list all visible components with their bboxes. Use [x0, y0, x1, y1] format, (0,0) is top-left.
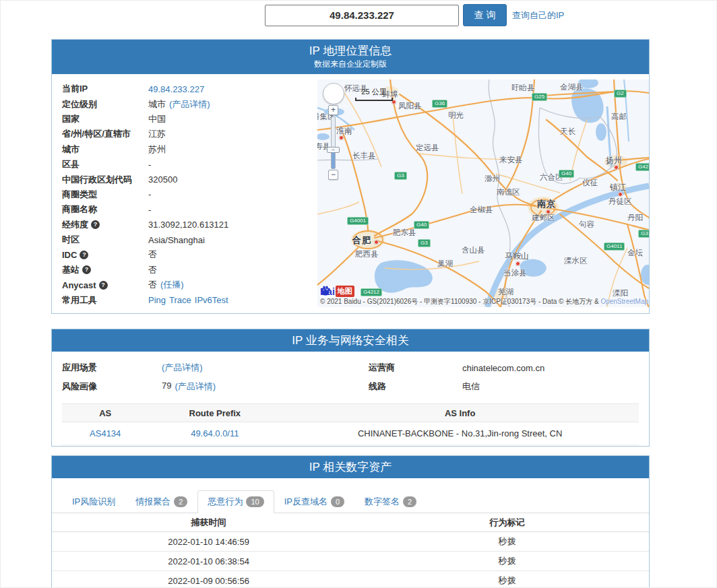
geo-value-link[interactable]: 49.84.233.227	[148, 84, 204, 94]
pan-down-icon[interactable]	[331, 96, 336, 101]
ip-search-input[interactable]	[265, 5, 459, 26]
geo-row: 定位级别城市(产品详情)	[62, 96, 307, 111]
baidu-map[interactable]: 怀远县蚌埠凤阳县明光潘集区淮南寿县长丰县定远县盱眙县金湖县高邮天长来安县六合区滁…	[317, 79, 649, 307]
map-label-南谯区: 南谯区	[497, 187, 520, 197]
query-self-ip-link[interactable]: 查询自己的IP	[512, 9, 564, 22]
geo-row: 中国行政区划代码320500	[62, 172, 307, 187]
geo-tool-link[interactable]: Ping	[148, 295, 166, 305]
geo-row-label: 城市	[62, 143, 148, 156]
geo-value-text: 否	[148, 264, 157, 276]
map-label-丹徒区: 丹徒区	[609, 197, 632, 207]
map-label-全椒县: 全椒县	[470, 205, 493, 215]
map-label-马鞍山: 马鞍山	[505, 251, 529, 262]
ip-lookup-page: 查 询 查询自己的IP IP 地理位置信息 数据来自企业定制版 当前IP49.8…	[0, 0, 717, 588]
map-label-芜湖: 芜湖	[498, 287, 513, 297]
map-zoom-handle[interactable]: −	[327, 147, 340, 153]
geo-row: 常用工具PingTraceIPv6Test	[62, 292, 307, 307]
city-marker-dot	[339, 135, 344, 140]
geo-value-text: 否	[148, 249, 157, 261]
help-icon[interactable]: ?	[91, 220, 100, 229]
geo-detail-link[interactable]: (产品详情)	[169, 98, 210, 110]
map-label-淮南: 淮南	[336, 125, 352, 137]
route-prefix-link[interactable]: 49.64.0.0/11	[191, 428, 239, 438]
geo-panel: IP 地理位置信息 数据来自企业定制版 当前IP49.84.233.227定位级…	[51, 39, 650, 314]
table-row: 2022-01-10 06:38:54秒拨	[52, 552, 649, 571]
map-pan-control[interactable]	[323, 83, 344, 104]
assets-panel-title: IP 相关数字资产	[52, 456, 649, 478]
tab-IP反查域名[interactable]: IP反查域名0	[274, 490, 354, 513]
behavior-table: 捕获时间 行为标记 2022-01-10 14:46:59秒拨2022-01-1…	[52, 513, 649, 588]
behavior-table-header: 捕获时间 行为标记	[52, 513, 649, 532]
geo-row-value: 江苏	[148, 128, 166, 140]
geo-row-label: 区县	[62, 158, 148, 170]
geo-info-table: 当前IP49.84.233.227定位级别城市(产品详情)国家中国省/州/特区/…	[52, 74, 307, 312]
geo-row-label: 省/州/特区/直辖市	[62, 128, 148, 140]
geo-row: 区县-	[62, 157, 307, 172]
tab-IP风险识别[interactable]: IP风险识别	[62, 490, 125, 513]
attribution-sep: &	[648, 298, 649, 305]
security-panel-title: IP 业务与网络安全相关	[52, 329, 649, 352]
geo-panel-subtitle: 数据来自企业定制版	[52, 59, 649, 74]
geo-row-value: -	[148, 189, 151, 199]
geo-panel-title: IP 地理位置信息	[52, 40, 649, 59]
behavior-tag-cell: 秒拨	[365, 555, 649, 567]
behavior-tag-cell: 秒拨	[365, 575, 649, 587]
security-value-text: 电信	[462, 381, 480, 393]
geo-value-text: 否	[148, 279, 157, 291]
as-number-link[interactable]: AS4134	[90, 428, 121, 438]
pan-right-icon[interactable]	[336, 91, 341, 96]
map-label-滁州: 滁州	[485, 174, 500, 184]
as-table-header: AS Route Prefix AS Info	[62, 404, 639, 422]
query-button[interactable]: 查 询	[463, 4, 507, 26]
product-detail-link[interactable]: (产品详情)	[162, 362, 203, 374]
geo-detail-link[interactable]: (任播)	[160, 279, 184, 291]
table-row: 2022-01-09 00:56:56秒拨	[52, 571, 649, 588]
geo-row-value: 否	[148, 249, 157, 261]
map-label-南京: 南京	[537, 198, 556, 210]
help-icon[interactable]: ?	[82, 265, 91, 274]
tab-label: 恶意行为	[208, 496, 243, 508]
tab-label: IP风险识别	[72, 496, 115, 508]
map-label-天长: 天长	[560, 127, 575, 137]
geo-row-value: Asia/Shanghai	[148, 235, 205, 245]
city-marker-dot	[516, 261, 520, 266]
security-row-value: (产品详情)	[162, 362, 203, 374]
geo-row-value: 否	[148, 264, 157, 276]
map-label-仪征: 仪征	[582, 178, 598, 188]
highway-badge-G4011: G4011	[604, 242, 625, 251]
pan-left-icon[interactable]	[326, 91, 332, 96]
geo-row: 省/州/特区/直辖市江苏	[62, 127, 307, 141]
map-label-含山县: 含山县	[462, 245, 485, 255]
osm-link[interactable]: OpenStreetMap	[600, 298, 648, 305]
map-zoom-in-button[interactable]: +	[328, 105, 338, 115]
geo-tool-link[interactable]: IPv6Test	[195, 295, 228, 305]
map-label-凤阳县: 凤阳县	[398, 101, 422, 111]
search-bar: 查 询 查询自己的IP	[265, 4, 564, 26]
map-label-建邺区: 建邺区	[532, 213, 555, 223]
geo-row-value: -	[148, 160, 151, 170]
map-boundaries	[317, 79, 617, 307]
tab-数字签名[interactable]: 数字签名2	[354, 490, 427, 513]
tab-恶意行为[interactable]: 恶意行为10	[197, 490, 274, 513]
map-label-长丰县: 长丰县	[352, 151, 376, 161]
capture-time-cell: 2022-01-10 14:46:59	[52, 537, 365, 547]
highway-badge-G2: G2	[614, 90, 627, 98]
geo-row-label: 时区	[62, 234, 148, 246]
attribution-text: © 2021 Baidu - GS(2021)6026号 - 甲测资字11009…	[320, 298, 600, 305]
map-label-明光: 明光	[448, 110, 464, 121]
product-detail-link[interactable]: (产品详情)	[175, 381, 216, 393]
help-icon[interactable]: ?	[99, 281, 108, 290]
geo-row: 当前IP49.84.233.227	[62, 81, 307, 96]
help-icon[interactable]: ?	[80, 251, 88, 259]
security-row-value: 79(产品详情)	[162, 381, 216, 393]
geo-value-text: 苏州	[148, 143, 166, 156]
tab-label: IP反查域名	[284, 496, 328, 508]
tab-情报聚合[interactable]: 情报聚合2	[125, 490, 197, 513]
assets-panel-header: IP 相关数字资产	[52, 456, 649, 478]
map-zoom-slider[interactable]	[331, 117, 336, 169]
as-header-prefix: Route Prefix	[148, 408, 281, 418]
map-label-盱眙县: 盱眙县	[511, 83, 535, 93]
geo-tool-link[interactable]: Trace	[169, 295, 191, 305]
map-label-镇江: 镇江	[610, 182, 626, 193]
map-zoom-out-button[interactable]: −	[328, 170, 338, 180]
